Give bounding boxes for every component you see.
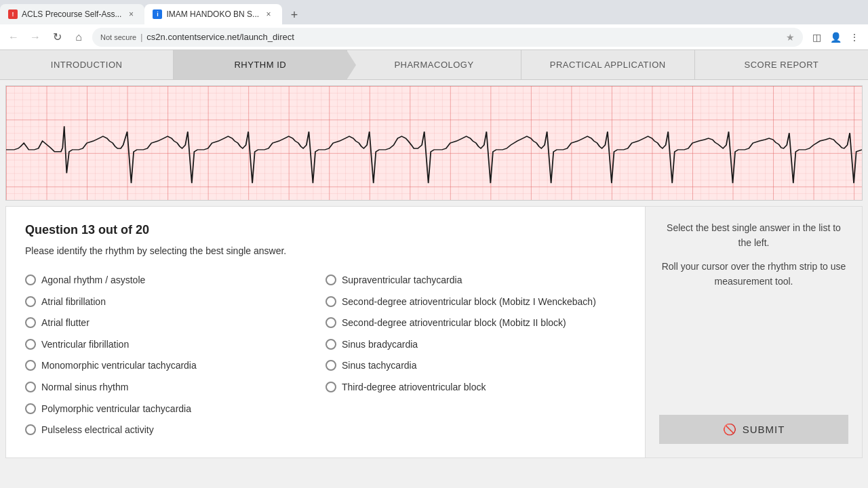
label-ventricular-fib: Ventricular fibrillation <box>41 338 129 352</box>
menu-icon[interactable]: ⋮ <box>846 29 863 45</box>
browser-chrome: ! ACLS Precourse Self-Ass... × i IMAM HA… <box>0 0 868 50</box>
tab-acls[interactable]: ! ACLS Precourse Self-Ass... × <box>0 4 144 24</box>
radio-normal-sinus[interactable] <box>25 382 36 392</box>
address-bar[interactable]: Not secure | cs2n.contentservice.net/lau… <box>92 28 803 47</box>
radio-sinus-brady[interactable] <box>326 339 336 350</box>
quiz-container: Question 13 out of 20 Please identify th… <box>5 206 863 458</box>
no-entry-icon: 🚫 <box>723 423 737 436</box>
label-atrial-flutter: Atrial flutter <box>41 317 90 330</box>
option-poly-vtach[interactable]: Polymorphic ventricular tachycardia <box>25 399 326 420</box>
nav-tab-score-report[interactable]: SCORE REPORT <box>695 50 868 79</box>
quiz-left-panel: Question 13 out of 20 Please identify th… <box>5 206 646 458</box>
ecg-strip[interactable] <box>5 85 863 201</box>
radio-ventricular-fib[interactable] <box>25 339 36 350</box>
new-tab-button[interactable]: + <box>285 5 304 24</box>
radio-pea[interactable] <box>25 424 36 435</box>
label-atrial-fib: Atrial fibrillation <box>41 296 106 309</box>
submit-label: SUBMIT <box>743 424 785 435</box>
option-agonal[interactable]: Agonal rhythm / asystole <box>25 270 326 291</box>
not-secure-label: Not secure <box>100 33 136 41</box>
label-agonal: Agonal rhythm / asystole <box>41 274 145 287</box>
options-grid: Agonal rhythm / asystole Atrial fibrilla… <box>25 270 626 441</box>
tab-close-acls[interactable]: × <box>125 9 136 20</box>
address-url: cs2n.contentservice.net/launch_direct <box>146 32 782 42</box>
nav-tabs: INTRODUCTION RHYTHM ID PHARMACOLOGY PRAC… <box>0 50 868 80</box>
label-svt: Supraventricular tachycardia <box>342 274 462 287</box>
question-title: Question 13 out of 20 <box>25 223 626 237</box>
radio-agonal[interactable] <box>25 274 36 285</box>
radio-3deg-avblock[interactable] <box>326 382 336 392</box>
label-3deg-avblock: Third-degree atrioventricular block <box>342 381 486 394</box>
option-atrial-flutter[interactable]: Atrial flutter <box>25 312 326 334</box>
label-2deg-mobitz2: Second-degree atrioventricular block (Mo… <box>342 317 566 330</box>
options-right-column: Supraventricular tachycardia Second-degr… <box>326 270 626 441</box>
svg-rect-2 <box>6 86 862 200</box>
option-2deg-mobitz1[interactable]: Second-degree atrioventricular block (Mo… <box>326 291 626 313</box>
nav-tab-pharmacology[interactable]: PHARMACOLOGY <box>347 50 521 79</box>
tab-imam[interactable]: i IMAM HANDOKO BN S... × <box>144 4 282 24</box>
tab-favicon-imam: i <box>153 9 162 19</box>
reload-button[interactable]: ↻ <box>49 29 65 45</box>
radio-mono-vtach[interactable] <box>25 360 36 371</box>
toolbar-icons: ◫ 👤 ⋮ <box>808 29 863 45</box>
home-button[interactable]: ⌂ <box>71 29 87 45</box>
nav-tab-introduction[interactable]: INTRODUCTION <box>0 50 174 79</box>
question-instruction: Please identify the rhythm by selecting … <box>25 245 626 256</box>
nav-tab-practical-application[interactable]: PRACTICAL APPLICATION <box>521 50 695 79</box>
tab-favicon-acls: ! <box>8 9 18 19</box>
label-mono-vtach: Monomorphic ventricular tachycardia <box>41 359 197 373</box>
option-svt[interactable]: Supraventricular tachycardia <box>326 270 626 291</box>
tab-label-imam: IMAM HANDOKO BN S... <box>166 9 259 19</box>
label-sinus-tachy: Sinus tachycardia <box>342 359 417 373</box>
ecg-waveform <box>6 86 862 200</box>
label-sinus-brady: Sinus bradycardia <box>342 338 418 352</box>
option-ventricular-fib[interactable]: Ventricular fibrillation <box>25 334 326 356</box>
radio-2deg-mobitz1[interactable] <box>326 296 336 307</box>
label-2deg-mobitz1: Second-degree atrioventricular block (Mo… <box>342 296 596 309</box>
radio-sinus-tachy[interactable] <box>326 360 336 371</box>
forward-button[interactable]: → <box>27 29 43 45</box>
radio-atrial-fib[interactable] <box>25 296 36 307</box>
pipe-divider: | <box>140 33 142 42</box>
option-3deg-avblock[interactable]: Third-degree atrioventricular block <box>326 377 626 399</box>
label-pea: Pulseless electrical activity <box>41 424 154 437</box>
label-normal-sinus: Normal sinus rhythm <box>41 381 128 394</box>
option-normal-sinus[interactable]: Normal sinus rhythm <box>25 377 326 399</box>
profile-icon[interactable]: 👤 <box>827 29 844 45</box>
option-atrial-fib[interactable]: Atrial fibrillation <box>25 291 326 313</box>
label-poly-vtach: Polymorphic ventricular tachycardia <box>41 403 191 416</box>
radio-svt[interactable] <box>326 274 336 285</box>
submit-button[interactable]: 🚫 SUBMIT <box>659 415 848 444</box>
option-sinus-brady[interactable]: Sinus bradycardia <box>326 334 626 356</box>
tab-label-acls: ACLS Precourse Self-Ass... <box>22 9 121 19</box>
tab-close-imam[interactable]: × <box>263 9 274 20</box>
address-bar-row: ← → ↻ ⌂ Not secure | cs2n.contentservice… <box>0 24 868 50</box>
option-pea[interactable]: Pulseless electrical activity <box>25 420 326 441</box>
tab-bar: ! ACLS Precourse Self-Ass... × i IMAM HA… <box>0 0 868 24</box>
sidebar-instruction-1: Select the best single answer in the lis… <box>659 220 848 251</box>
back-button[interactable]: ← <box>5 29 22 45</box>
option-mono-vtach[interactable]: Monomorphic ventricular tachycardia <box>25 355 326 377</box>
nav-tab-rhythm-id[interactable]: RHYTHM ID <box>174 50 347 79</box>
extensions-icon[interactable]: ◫ <box>808 29 825 45</box>
options-left-column: Agonal rhythm / asystole Atrial fibrilla… <box>25 270 326 441</box>
quiz-sidebar-text: Select the best single answer in the lis… <box>659 220 848 415</box>
sidebar-instruction-2: Roll your cursor over the rhythm strip t… <box>659 259 848 289</box>
radio-poly-vtach[interactable] <box>25 403 36 414</box>
option-sinus-tachy[interactable]: Sinus tachycardia <box>326 355 626 377</box>
quiz-right-panel: Select the best single answer in the lis… <box>646 206 863 458</box>
radio-atrial-flutter[interactable] <box>25 317 36 328</box>
option-2deg-mobitz2[interactable]: Second-degree atrioventricular block (Mo… <box>326 312 626 334</box>
radio-2deg-mobitz2[interactable] <box>326 317 336 328</box>
star-icon[interactable]: ★ <box>786 32 795 43</box>
